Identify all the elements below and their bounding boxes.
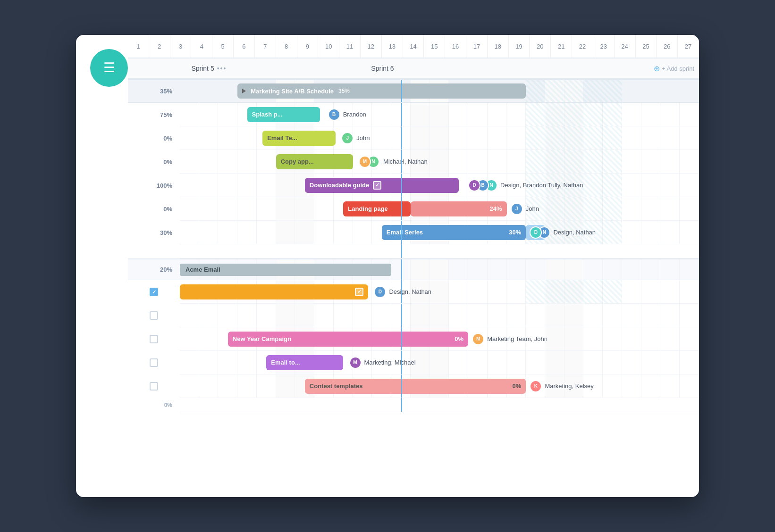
spacer-gantt <box>180 244 699 258</box>
day-6: 6 <box>234 35 255 58</box>
pct-newyear <box>128 327 180 351</box>
checkbox-acme1[interactable] <box>150 288 158 296</box>
task-row-splash: 75% Splash p... B Brandon <box>128 103 699 126</box>
bar-emailte[interactable]: Email Te... <box>262 131 336 146</box>
checkbox-newyear[interactable] <box>150 335 158 343</box>
day-25: 25 <box>636 35 657 58</box>
task-row-contest: Contest templates 0% K Marketing, Kelsey <box>128 374 699 398</box>
day-16: 16 <box>445 35 466 58</box>
gantt-row-contest: Contest templates 0% K Marketing, Kelsey <box>180 374 699 398</box>
sprint6-label: Sprint 6 <box>371 58 394 78</box>
bar-emailto[interactable]: Email to... <box>266 355 343 370</box>
checkbox-acme2[interactable] <box>150 311 158 320</box>
day-5: 5 <box>212 35 234 58</box>
checkbox-contest[interactable] <box>150 382 158 391</box>
checkbox-emailto[interactable] <box>150 358 158 367</box>
bar-landing-red[interactable]: Landing page <box>343 201 411 216</box>
sprint-header: Sprint 5 ••• Sprint 6 ⊕ + Add sprint <box>128 58 699 79</box>
sprint5-label: Sprint 5 ••• <box>191 58 227 78</box>
bottom-row: 0% <box>128 398 699 412</box>
pct-landing: 0% <box>128 197 180 221</box>
day-7: 7 <box>255 35 276 58</box>
task-row-emailte: 0% Email Te... J John <box>128 126 699 150</box>
day-26: 26 <box>657 35 678 58</box>
pct-emailseries: 30% <box>128 221 180 244</box>
spacer-row <box>128 244 699 258</box>
pct-acme2 <box>128 304 180 327</box>
gantt-row-newyear: New Year Campaign 0% M Marketing Team, J… <box>180 327 699 351</box>
bar-emailseries-blue[interactable]: Email Series 30% <box>382 225 526 240</box>
bar-landing-salmon[interactable]: 24% <box>411 201 507 216</box>
gantt-row-acme2 <box>180 304 699 327</box>
pct-emailte: 0% <box>128 126 180 150</box>
day-10: 10 <box>318 35 339 58</box>
project-1-pct: 35% <box>128 88 180 95</box>
gantt-row-copyapp: Copy app... M N Michael, Nathan <box>180 150 699 174</box>
project-1-bar[interactable]: Marketing Site A/B Schedule 35% <box>237 83 526 99</box>
avatar-john2: J <box>511 203 523 215</box>
day-22: 22 <box>572 35 593 58</box>
day-header: 1234567891011121314151617181920212223242… <box>128 35 699 58</box>
avatar-michael: M <box>359 156 371 168</box>
day-21: 21 <box>551 35 572 58</box>
project-2-bar[interactable]: Acme Email <box>180 264 391 276</box>
info-download: D B N Design, Brandon Tully, Nathan <box>468 179 583 191</box>
bar-acme1[interactable] <box>180 284 368 299</box>
day-9: 9 <box>297 35 319 58</box>
pct-download: 100% <box>128 174 180 197</box>
pct-bottom: 0% <box>128 398 180 412</box>
info-newyear: M Marketing Team, John <box>472 333 548 345</box>
check-acme1 <box>355 288 363 296</box>
gantt-row-splash: Splash p... B Brandon <box>180 103 699 126</box>
pct-copyapp: 0% <box>128 150 180 174</box>
day-18: 18 <box>488 35 509 58</box>
day-24: 24 <box>615 35 636 58</box>
gantt-body: 35% Marketing Site A/B Schedule 35% <box>128 79 699 412</box>
day-13: 13 <box>382 35 403 58</box>
day-4: 4 <box>191 35 212 58</box>
avatar-design2: D <box>530 226 542 239</box>
bar-newyear[interactable]: New Year Campaign 0% <box>228 332 468 347</box>
info-contest: K Marketing, Kelsey <box>530 380 593 392</box>
task-row-download: 100% Downloadable guide D B N <box>128 174 699 197</box>
pct-contest <box>128 374 180 398</box>
gantt-row-emailte: Email Te... J John <box>180 126 699 150</box>
bar-splash[interactable]: Splash p... <box>247 107 320 122</box>
logo[interactable]: ☰ <box>90 49 128 87</box>
gantt-row-emailto: Email to... M Marketing, Michael <box>180 351 699 374</box>
app-window: ☰ 12345678910111213141516171819202122232… <box>76 35 699 497</box>
day-27: 27 <box>678 35 699 58</box>
day-23: 23 <box>593 35 615 58</box>
project-2-header: 20% Acme Email <box>128 258 699 280</box>
info-landing: J John <box>511 203 539 215</box>
info-splash: B Brandon <box>328 108 366 121</box>
pct-splash: 75% <box>128 103 180 126</box>
task-row-copyapp: 0% Copy app... M N Michael, Nathan <box>128 150 699 174</box>
avatar-john: J <box>341 132 354 144</box>
day-14: 14 <box>403 35 424 58</box>
logo-icon: ☰ <box>103 61 115 75</box>
gantt-row-landing: Landing page 24% J John <box>180 197 699 221</box>
task-row-landing: 0% Landing page 24% J John <box>128 197 699 221</box>
gantt-row-bottom <box>180 398 699 412</box>
day-19: 19 <box>509 35 530 58</box>
hatch-area <box>526 80 622 102</box>
info-acme1: D Design, Nathan <box>374 286 431 298</box>
day-12: 12 <box>361 35 382 58</box>
task-row-newyear: New Year Campaign 0% M Marketing Team, J… <box>128 327 699 351</box>
check-download <box>373 181 381 190</box>
avatar-kelsey: K <box>530 380 542 392</box>
info-emailseries: D N Design, Nathan <box>530 226 596 239</box>
day-20: 20 <box>530 35 551 58</box>
gantt-row-emailseries: Email Series 30% D N Design, Nathan <box>180 221 699 244</box>
day-15: 15 <box>424 35 445 58</box>
add-sprint-button[interactable]: ⊕ + Add sprint <box>654 64 694 73</box>
day-11: 11 <box>339 35 361 58</box>
bar-download[interactable]: Downloadable guide <box>305 178 459 193</box>
bar-copyapp[interactable]: Copy app... <box>276 154 353 169</box>
avatar-design: D <box>468 179 480 191</box>
day-2: 2 <box>149 35 170 58</box>
day-8: 8 <box>276 35 297 58</box>
day-17: 17 <box>466 35 488 58</box>
bar-contest[interactable]: Contest templates 0% <box>305 379 526 394</box>
